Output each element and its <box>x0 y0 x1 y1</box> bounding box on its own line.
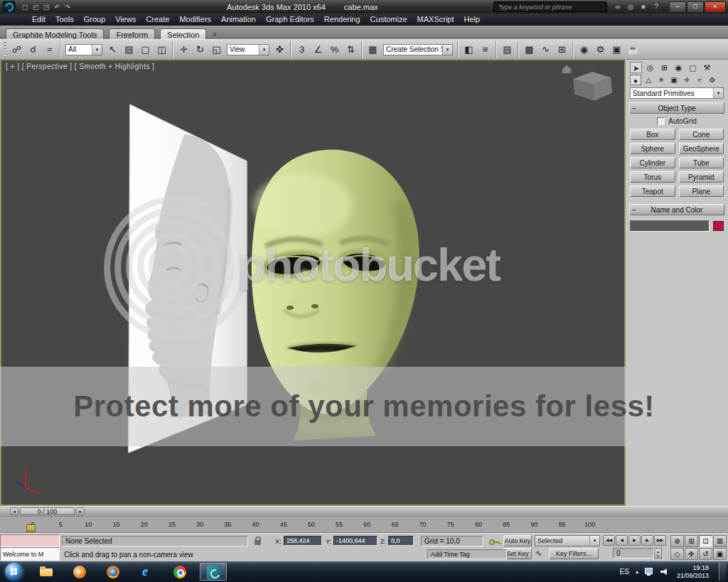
start-button[interactable] <box>5 563 23 581</box>
menu-item[interactable]: Group <box>79 14 111 26</box>
field-of-view-icon[interactable]: ◇ <box>670 548 684 560</box>
maxscript-listener[interactable]: Welcome to M <box>0 547 60 561</box>
timeline-ruler[interactable]: 0510152025303540455055606570758085909510… <box>0 516 728 533</box>
help-icon[interactable]: ? <box>651 2 662 12</box>
tab-selection[interactable]: Selection <box>160 28 206 39</box>
object-type-button[interactable]: Plane <box>679 185 724 197</box>
play-animation-icon[interactable]: ▶ <box>628 535 641 546</box>
menu-item[interactable]: Customize <box>365 14 412 26</box>
cameras-category-icon[interactable]: ▣ <box>668 75 680 85</box>
object-type-button[interactable]: Sphere <box>630 143 675 154</box>
z-coordinate-field[interactable]: 0,0 <box>388 536 414 546</box>
render-production-icon[interactable]: ☕ <box>625 41 641 58</box>
viewport-label[interactable]: [ + ] [ Perspective ] [ Smooth + Highlig… <box>6 63 154 70</box>
zoom-region-icon[interactable]: ⊠ <box>713 535 727 547</box>
taskbar-3dsmax-icon[interactable] <box>200 563 227 581</box>
object-type-button[interactable]: Torus <box>630 171 675 183</box>
display-tab-icon[interactable]: ▢ <box>687 62 699 73</box>
previous-frame-button[interactable]: ◂ <box>10 507 18 515</box>
tab-graphite-modeling-tools[interactable]: Graphite Modeling Tools <box>6 28 104 39</box>
autogrid-checkbox[interactable] <box>657 117 665 125</box>
show-desktop-button[interactable] <box>719 563 726 581</box>
toolbar-grip[interactable] <box>4 42 6 58</box>
volume-icon[interactable] <box>660 568 669 576</box>
schematic-view-icon[interactable]: ⊞ <box>554 41 570 58</box>
set-keys-key-icon[interactable] <box>489 539 500 546</box>
tab-freeform[interactable]: Freeform <box>109 28 155 39</box>
helpers-category-icon[interactable]: ✛ <box>681 75 692 85</box>
taskbar-ie-icon[interactable] <box>133 563 160 581</box>
motion-tab-icon[interactable]: ◉ <box>673 62 685 73</box>
systems-category-icon[interactable]: ⚙ <box>707 75 718 85</box>
taskbar-clock[interactable]: 19:18 21/09/2013 <box>677 564 709 580</box>
select-and-scale-icon[interactable]: ◱ <box>208 41 225 58</box>
favorites-star-icon[interactable]: ★ <box>638 2 649 12</box>
minimize-button[interactable]: – <box>669 1 686 13</box>
key-filters-button[interactable]: Key Filters... <box>549 548 599 559</box>
percent-snap-icon[interactable]: % <box>326 41 343 58</box>
reference-coordinate-dropdown[interactable]: View ▾ <box>227 44 269 55</box>
zoom-all-icon[interactable]: ⊞ <box>685 535 698 547</box>
go-to-start-icon[interactable]: ◀◀ <box>603 535 615 546</box>
taskbar-media-player-icon[interactable] <box>66 563 93 581</box>
spinner-snap-icon[interactable]: ⇅ <box>343 41 359 58</box>
object-type-button[interactable]: Box <box>630 129 675 140</box>
set-key-button[interactable]: Set Key <box>503 548 532 559</box>
save-file-icon[interactable]: ◳ <box>41 2 51 12</box>
ribbon-overflow-icon[interactable]: ≡ <box>211 31 218 39</box>
named-selection-set-dropdown[interactable]: Create Selection Se ▾ <box>383 44 453 55</box>
key-target-dropdown[interactable]: Selected ▾ <box>535 535 600 546</box>
shapes-category-icon[interactable]: △ <box>643 75 654 85</box>
bind-to-space-warp-icon[interactable]: ≈ <box>41 41 58 58</box>
snaps-toggle-icon[interactable]: 3 <box>294 41 310 58</box>
menu-item[interactable]: Tools <box>50 14 79 26</box>
object-type-rollout[interactable]: − Object Type <box>629 102 724 114</box>
add-time-tag-button[interactable]: Add Time Tag <box>427 549 507 559</box>
selection-lock-icon[interactable] <box>255 540 261 545</box>
time-slider-handle[interactable]: 0 / 100 <box>20 507 75 515</box>
selection-filter-dropdown[interactable]: All ▾ <box>65 44 102 55</box>
material-editor-icon[interactable]: ◉ <box>576 41 592 58</box>
select-by-name-icon[interactable]: ▤ <box>121 41 137 58</box>
menu-item[interactable]: Rendering <box>319 14 365 26</box>
rendered-frame-icon[interactable]: ▣ <box>609 41 625 58</box>
mirror-icon[interactable]: ◧ <box>461 41 477 58</box>
angle-snap-icon[interactable]: ∠ <box>310 41 326 58</box>
menu-item[interactable]: Animation <box>216 14 261 26</box>
modify-tab-icon[interactable]: ◎ <box>644 62 656 73</box>
zoom-extents-icon[interactable]: ⊡ <box>699 535 712 547</box>
object-color-swatch[interactable] <box>713 221 724 231</box>
space-warps-category-icon[interactable]: ≈ <box>694 75 705 85</box>
time-slider-thumb[interactable] <box>26 524 36 532</box>
object-type-button[interactable]: GeoSphere <box>679 143 724 154</box>
select-object-icon[interactable]: ↖ <box>105 41 121 58</box>
primitives-dropdown[interactable]: Standard Primitives ▾ <box>630 87 724 99</box>
search-input[interactable] <box>497 3 604 11</box>
search-binoculars-icon[interactable]: ∞ <box>612 2 623 12</box>
graphite-ribbon-toggle-icon[interactable]: ▩ <box>521 41 537 58</box>
select-and-link-icon[interactable]: ☍ <box>9 41 25 58</box>
menu-item[interactable]: Views <box>110 14 141 26</box>
utilities-tab-icon[interactable]: ⚒ <box>701 62 713 73</box>
select-and-manipulate-icon[interactable]: ✜ <box>272 41 288 58</box>
current-frame-field[interactable]: 0 <box>613 548 654 559</box>
lights-category-icon[interactable]: ☀ <box>655 75 667 85</box>
next-frame-button[interactable]: ▸ <box>76 507 85 515</box>
select-and-rotate-icon[interactable]: ↻ <box>192 41 208 58</box>
object-type-button[interactable]: Cylinder <box>630 157 675 168</box>
select-and-move-icon[interactable]: ✛ <box>176 41 192 58</box>
menu-item[interactable]: MAXScript <box>412 14 459 26</box>
menu-item[interactable]: Edit <box>27 14 50 26</box>
curve-editor-icon[interactable]: ∿ <box>537 41 554 58</box>
network-icon[interactable] <box>645 568 654 576</box>
pan-view-icon[interactable]: ✜ <box>685 548 698 560</box>
show-hidden-icons-icon[interactable]: ▴ <box>636 568 638 575</box>
zoom-icon[interactable]: ⊕ <box>670 535 684 547</box>
taskbar-chrome-icon[interactable] <box>166 563 193 581</box>
communication-center-icon[interactable]: ◎ <box>625 2 636 12</box>
object-type-button[interactable]: Cone <box>679 129 724 140</box>
undo-icon[interactable]: ↶ <box>52 2 62 12</box>
next-frame-icon[interactable]: ▶ <box>641 535 653 546</box>
geometry-category-icon[interactable]: ● <box>630 75 641 85</box>
maximize-button[interactable]: □ <box>687 1 704 13</box>
